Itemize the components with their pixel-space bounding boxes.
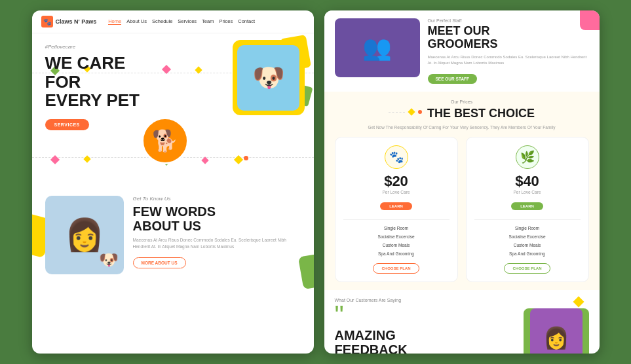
see-staff-button[interactable]: SEE OUR STAFF — [428, 74, 478, 84]
feedback-title-2: FEEDBACK — [335, 342, 408, 354]
groomers-title-2: GROOMERS — [428, 37, 498, 50]
feature-1-4: Spa And Grooming — [343, 249, 449, 258]
customer-photo: 👩 — [530, 308, 583, 354]
price-label-2: Per Love Care — [474, 190, 581, 194]
about-title-2: ABOUT US — [133, 219, 201, 233]
pricing-cards: 🐾 $20 Per Love Care LEARN Single Room So… — [335, 137, 589, 282]
groomers-title-1: MEET OUR — [428, 24, 490, 37]
price-icon-2: 🌿 — [516, 145, 539, 169]
nav-team[interactable]: Team — [202, 18, 214, 25]
nav-schedule[interactable]: Schedule — [152, 18, 172, 25]
feature-1-2: Socialise Excercise — [343, 232, 449, 241]
deco-diamond-fb — [573, 296, 584, 307]
divider-1 — [343, 219, 449, 220]
learn-btn-1[interactable]: LEARN — [380, 202, 412, 210]
groomers-content: Our Perfect Staff MEET OUR GROOMERS Maec… — [428, 18, 589, 84]
nav-prices[interactable]: Prices — [219, 18, 233, 25]
choose-plan-1[interactable]: CHOOSE PLAN — [373, 263, 419, 274]
feature-2-2: Socialise Excercise — [474, 232, 581, 241]
pricing-section: Our Prices THE BEST CHOICE Get Now The R… — [324, 92, 600, 290]
pricing-subtitle: Get Now The Responsability Of Caring For… — [335, 124, 589, 130]
right-panel: 👥 Our Perfect Staff MEET OUR GROOMERS Ma… — [324, 10, 600, 354]
get-to-know-label: Get To Know Us — [133, 196, 301, 202]
about-section: 👩 🐶 Get To Know Us FEW WORDS ABOUT US Ma… — [32, 188, 314, 282]
nav-services[interactable]: Services — [178, 18, 197, 25]
price-amount-2: $40 — [474, 173, 581, 190]
learn-btn-2[interactable]: LEARN — [511, 202, 543, 210]
pink-corner-deco — [580, 10, 600, 30]
groomers-section: 👥 Our Perfect Staff MEET OUR GROOMERS Ma… — [324, 10, 600, 92]
about-description: Maecenas At Arcu Risus Donec Commodo Sod… — [133, 237, 301, 250]
feature-1-3: Custom Meals — [343, 241, 449, 249]
nav-home[interactable]: Home — [108, 18, 121, 25]
about-photo: 👩 🐶 — [45, 196, 124, 274]
price-icon-1: 🐾 — [385, 145, 408, 169]
hero-title: WE CARE FOR EVERY PET — [45, 54, 163, 110]
feedback-right: 👩 — [524, 298, 589, 354]
about-title-1: FEW WORDS — [133, 204, 216, 219]
price-card-1: 🐾 $20 Per Love Care LEARN Single Room So… — [335, 137, 458, 282]
feature-1-1: Single Room — [343, 224, 449, 232]
price-label-1: Per Love Care — [343, 190, 449, 194]
hero-title-line2: EVERY PET — [45, 90, 140, 110]
feature-2-4: Spa And Grooming — [474, 249, 581, 258]
pricing-title: THE BEST CHOICE — [427, 107, 535, 120]
feature-2-3: Custom Meals — [474, 241, 581, 249]
about-title: FEW WORDS ABOUT US — [133, 204, 301, 233]
feedback-section: What Our Customers Are Saying " AMAZING … — [324, 290, 600, 354]
logo-text: Claws N' Paws — [56, 18, 97, 25]
navigation: 🐾 Claws N' Paws Home About Us Schedule S… — [32, 10, 314, 33]
nav-about[interactable]: About Us — [126, 18, 147, 25]
groomers-description: Maecenas At Arcu Risus Donec Commodo Sod… — [428, 54, 589, 66]
pricing-header: THE BEST CHOICE — [335, 107, 589, 120]
nav-links: Home About Us Schedule Services Team Pri… — [108, 18, 255, 25]
groomers-photo: 👥 — [335, 18, 420, 77]
left-panel: 🐾 Claws N' Paws Home About Us Schedule S… — [32, 10, 314, 354]
feedback-title-1: AMAZING — [335, 328, 396, 342]
deco-dot-2 — [244, 156, 248, 160]
deco-green-right — [297, 254, 313, 289]
price-card-2: 🌿 $40 Per Love Care LEARN Single Room So… — [466, 137, 589, 282]
quote-mark: " — [335, 304, 517, 325]
hero-title-line1: WE CARE FOR — [45, 53, 126, 92]
choose-plan-2[interactable]: CHOOSE PLAN — [504, 263, 550, 274]
deco-diamond-b4 — [201, 156, 208, 164]
more-about-button[interactable]: MORE ABOUT US — [133, 257, 186, 268]
divider-2 — [474, 219, 581, 220]
groomers-title: MEET OUR GROOMERS — [428, 25, 589, 51]
feedback-content: What Our Customers Are Saying " AMAZING … — [335, 298, 517, 354]
about-content: Get To Know Us FEW WORDS ABOUT US Maecen… — [133, 196, 301, 274]
our-perfect-label: Our Perfect Staff — [428, 18, 589, 23]
feedback-label: What Our Customers Are Saying — [335, 298, 517, 302]
hero-dog-image: 🐶 — [233, 40, 305, 115]
price-amount-1: $20 — [343, 173, 449, 190]
feedback-title: AMAZING FEEDBACK — [335, 328, 517, 354]
logo[interactable]: 🐾 Claws N' Paws — [41, 16, 97, 27]
small-dog-image: 🐕 — [142, 117, 189, 164]
nav-contact[interactable]: Contact — [238, 18, 255, 25]
our-prices-label: Our Prices — [335, 100, 589, 104]
hero-section: #Petlovecare WE CARE FOR EVERY PET SERVI… — [32, 33, 314, 177]
services-button[interactable]: SERVICES — [45, 119, 89, 130]
pricing-deco — [389, 109, 422, 115]
dog-photo: 🐶 — [237, 45, 299, 111]
feedback-photo: 👩 — [524, 308, 589, 354]
feature-2-1: Single Room — [474, 224, 581, 232]
logo-icon: 🐾 — [41, 16, 53, 27]
